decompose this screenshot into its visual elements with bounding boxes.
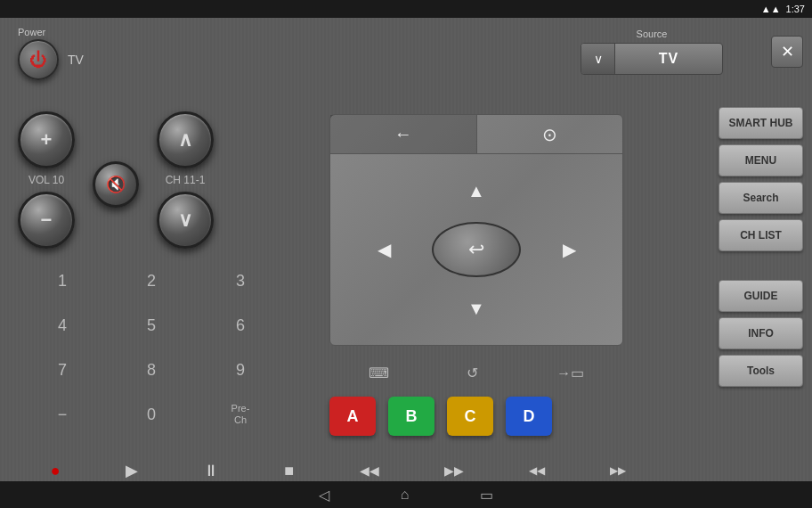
power-button[interactable]: ⏻ — [18, 39, 59, 80]
keyboard-icon: ⌨ — [369, 365, 389, 381]
power-label: Power — [18, 27, 45, 37]
status-bar: ▲▲ 1:37 — [0, 0, 812, 18]
color-a-button[interactable]: A — [329, 397, 376, 436]
source-dropdown[interactable]: ∨ TV — [581, 43, 723, 75]
dpad-empty-bl — [339, 281, 428, 336]
dpad-body: ▲ ◀ ↩ ▶ ▼ — [330, 154, 622, 345]
channel-up-button[interactable]: ∧ — [157, 111, 214, 168]
color-b-button[interactable]: B — [388, 397, 434, 436]
power-icon: ⏻ — [29, 50, 47, 70]
menu-button[interactable]: MENU — [719, 144, 803, 176]
dpad-left-button[interactable]: ◀ — [339, 222, 428, 277]
plus-icon: + — [41, 128, 53, 152]
tools-button[interactable]: Tools — [719, 355, 803, 387]
dpad-empty-tl — [339, 163, 428, 218]
color-c-button[interactable]: C — [447, 397, 493, 436]
color-buttons: A B C D — [329, 397, 552, 436]
num-4-button[interactable]: 4 — [18, 303, 107, 348]
wifi-icon: ▲▲ — [761, 4, 781, 14]
num-7-button[interactable]: 7 — [18, 348, 107, 392]
back-arrow-icon: ← — [394, 124, 412, 144]
num-3-button[interactable]: 3 — [196, 258, 285, 303]
num-5-button[interactable]: 5 — [107, 303, 196, 348]
fast-forward-button[interactable]: ▶▶ — [435, 460, 473, 481]
info-button[interactable]: INFO — [719, 317, 803, 349]
media-row: ⌨ ↺ →▭ — [329, 356, 623, 389]
dpad-right-button[interactable]: ▶ — [524, 222, 613, 277]
color-d-button[interactable]: D — [506, 397, 552, 436]
dpad-empty-br — [524, 281, 613, 336]
power-section: Power ⏻ TV — [18, 29, 84, 80]
back-nav-icon[interactable]: ◁ — [319, 487, 329, 504]
stop-button[interactable]: ■ — [275, 458, 303, 484]
dpad-tab-left[interactable]: ← — [330, 115, 476, 153]
screen-mode-icon: →▭ — [556, 365, 584, 381]
mute-icon: 🔇 — [106, 175, 126, 194]
channel-group: ∧ CH 11-1 ∨ — [157, 111, 214, 249]
chevron-up-icon: ∧ — [178, 128, 192, 152]
refresh-icon: ↺ — [467, 365, 478, 381]
record-button[interactable]: ● — [42, 458, 69, 484]
dpad-empty-tr — [524, 163, 613, 218]
source-label: Source — [637, 29, 668, 39]
keyboard-button[interactable]: ⌨ — [361, 361, 396, 385]
num-8-button[interactable]: 8 — [107, 348, 196, 392]
volume-label: VOL 10 — [28, 174, 64, 186]
num-dash-button[interactable]: − — [18, 392, 107, 437]
home-nav-icon[interactable]: ⌂ — [401, 487, 410, 503]
search-button[interactable]: Search — [719, 182, 803, 214]
stop-icon: ■ — [284, 462, 294, 480]
up-arrow-icon: ▲ — [467, 181, 485, 201]
rewind-icon: ◀◀ — [360, 463, 379, 478]
play-icon: ▶ — [126, 461, 138, 480]
down-arrow-icon: ▼ — [467, 299, 485, 319]
rewind-button[interactable]: ◀◀ — [351, 460, 388, 481]
slow-forward-icon: ▶▶ — [610, 464, 626, 477]
tv-label: TV — [68, 53, 84, 67]
record-icon: ● — [51, 462, 61, 480]
remote-body: Power ⏻ TV Source ∨ TV ✕ SMART HUB MENU … — [0, 18, 812, 481]
numpad: 1 2 3 4 5 6 7 8 9 − 0 Pre-Ch — [18, 258, 285, 437]
screen-mode-button[interactable]: →▭ — [549, 361, 591, 385]
source-section: Source ∨ TV — [581, 29, 723, 75]
dpad-tab-right[interactable]: ⊙ — [477, 115, 623, 153]
directional-icon: ⊙ — [542, 124, 557, 145]
source-dropdown-arrow[interactable]: ∨ — [581, 44, 615, 74]
num-6-button[interactable]: 6 — [196, 303, 285, 348]
chevron-down-icon: ∨ — [178, 209, 192, 232]
nav-bar: ◁ ⌂ ▭ — [0, 481, 812, 508]
minus-icon: − — [41, 209, 53, 232]
status-time: 1:37 — [786, 4, 805, 14]
mute-button[interactable]: 🔇 — [93, 161, 139, 208]
play-button[interactable]: ▶ — [117, 457, 147, 484]
slow-rewind-button[interactable]: ◀◀ — [520, 461, 554, 480]
dpad-tabs: ← ⊙ — [330, 115, 622, 154]
left-arrow-icon: ◀ — [378, 239, 391, 260]
num-0-button[interactable]: 0 — [107, 392, 196, 437]
slow-rewind-icon: ◀◀ — [529, 464, 545, 477]
dpad-down-button[interactable]: ▼ — [432, 281, 521, 336]
recent-nav-icon[interactable]: ▭ — [480, 487, 493, 504]
volume-down-button[interactable]: − — [18, 192, 75, 249]
ok-icon: ↩ — [468, 238, 484, 261]
channel-down-button[interactable]: ∨ — [157, 192, 214, 249]
ch-list-button[interactable]: CH LIST — [719, 219, 803, 251]
pause-button[interactable]: ⏸ — [194, 458, 228, 484]
dpad-up-button[interactable]: ▲ — [432, 163, 521, 218]
slow-forward-button[interactable]: ▶▶ — [601, 461, 635, 480]
num-2-button[interactable]: 2 — [107, 258, 196, 303]
dpad-ok-button[interactable]: ↩ — [432, 222, 521, 277]
num-1-button[interactable]: 1 — [18, 258, 107, 303]
source-selected-value: TV — [615, 51, 722, 67]
smart-hub-button[interactable]: SMART HUB — [719, 107, 803, 139]
refresh-button[interactable]: ↺ — [459, 361, 485, 385]
fast-forward-icon: ▶▶ — [444, 463, 464, 478]
right-buttons-panel: SMART HUB MENU Search CH LIST GUIDE INFO… — [719, 107, 803, 387]
volume-up-button[interactable]: + — [18, 111, 75, 168]
right-arrow-icon: ▶ — [563, 239, 576, 260]
dpad-container: ← ⊙ ▲ ◀ ↩ ▶ — [329, 114, 623, 346]
guide-button[interactable]: GUIDE — [719, 280, 803, 312]
num-9-button[interactable]: 9 — [196, 348, 285, 392]
source-close-button[interactable]: ✕ — [771, 36, 803, 68]
pre-ch-button[interactable]: Pre-Ch — [196, 392, 285, 437]
